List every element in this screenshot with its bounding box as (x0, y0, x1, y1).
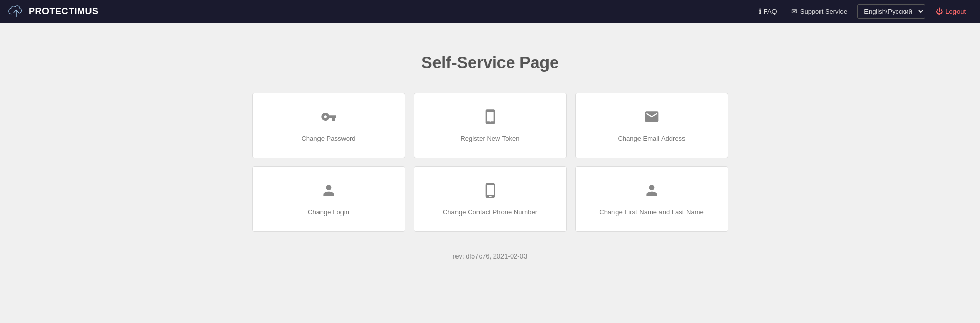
page-title: Self-Service Page (421, 53, 559, 72)
card-change-phone-label: Change Contact Phone Number (443, 208, 537, 216)
info-icon: ℹ (759, 7, 761, 15)
navbar: PROTECTIMUS ℹ FAQ ✉ Support Service Engl… (0, 0, 980, 23)
email-icon (644, 109, 660, 127)
main-content: Self-Service Page Change Password Regist… (0, 23, 980, 281)
faq-button[interactable]: ℹ FAQ (753, 4, 783, 18)
cards-grid: Change Password Register New Token Chang… (252, 93, 728, 232)
brand-logo-area: PROTECTIMUS (8, 3, 99, 19)
key-icon (321, 109, 337, 127)
revision-text: rev: df57c76, 2021-02-03 (453, 252, 527, 260)
logout-button[interactable]: ⏻ Logout (929, 4, 972, 18)
navbar-right: ℹ FAQ ✉ Support Service English\Русский … (753, 4, 972, 19)
brand-logo-icon (8, 3, 25, 19)
footer: rev: df57c76, 2021-02-03 (453, 252, 527, 260)
user-icon (321, 182, 337, 201)
power-icon: ⏻ (936, 7, 943, 15)
card-change-email-label: Change Email Address (618, 135, 685, 142)
card-register-token[interactable]: Register New Token (414, 93, 567, 158)
card-change-login[interactable]: Change Login (252, 166, 405, 232)
card-change-name-label: Change First Name and Last Name (599, 208, 703, 216)
envelope-icon: ✉ (791, 7, 797, 15)
phone-icon (482, 182, 498, 201)
card-change-password[interactable]: Change Password (252, 93, 405, 158)
card-change-password-label: Change Password (301, 135, 355, 142)
card-change-name[interactable]: Change First Name and Last Name (575, 166, 728, 232)
support-button[interactable]: ✉ Support Service (785, 4, 854, 18)
card-register-token-label: Register New Token (460, 135, 519, 142)
language-select[interactable]: English\Русский (857, 4, 925, 19)
person-icon (644, 182, 660, 201)
card-change-login-label: Change Login (308, 208, 349, 216)
card-change-email[interactable]: Change Email Address (575, 93, 728, 158)
brand-name: PROTECTIMUS (29, 6, 99, 17)
card-change-phone[interactable]: Change Contact Phone Number (414, 166, 567, 232)
tablet-icon (482, 109, 498, 127)
